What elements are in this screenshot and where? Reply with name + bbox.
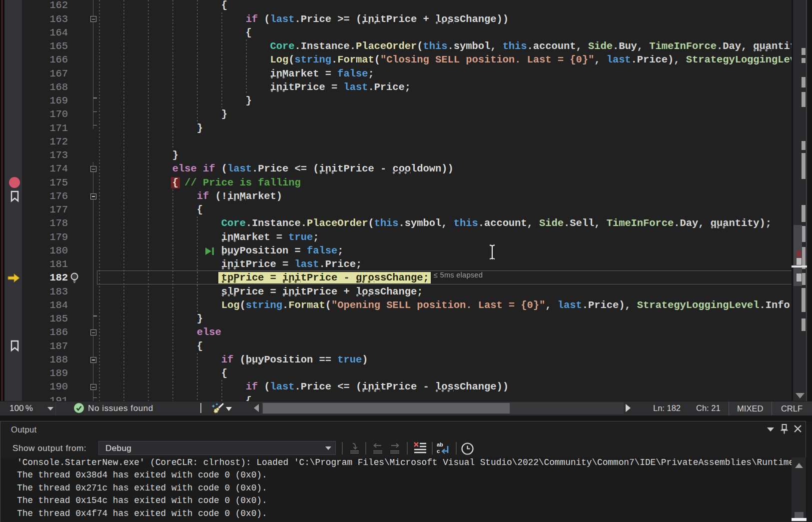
svg-text:ab: ab [437, 442, 443, 448]
svg-text:c: c [437, 448, 440, 454]
